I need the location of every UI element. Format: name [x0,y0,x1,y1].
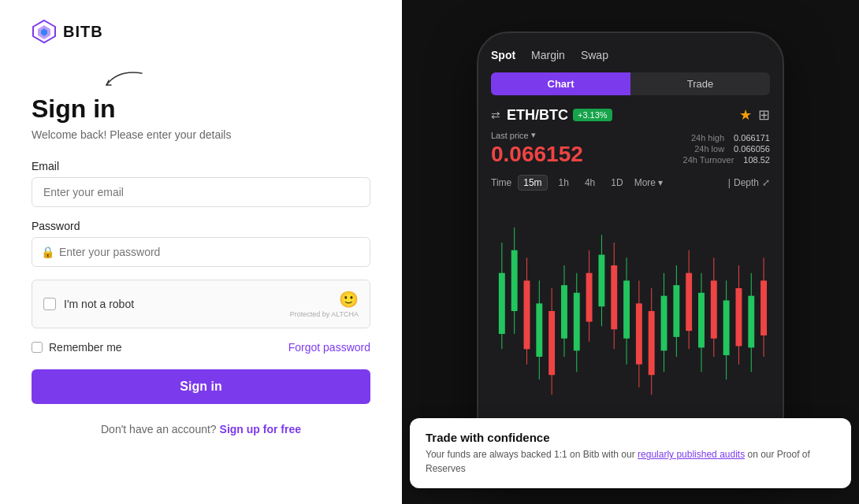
proof-of-reserves-link[interactable]: regularly published audits [638,449,745,460]
password-wrapper: 🔒 [32,237,370,267]
svg-rect-26 [636,303,642,364]
time-bar: Time 15m 1h 4h 1D More ▾ | Depth ⤢ [491,175,770,191]
svg-rect-36 [698,293,705,348]
low-val: 0.066056 [734,144,770,154]
svg-rect-44 [748,296,754,348]
email-input[interactable] [32,177,370,207]
tab-swap[interactable]: Swap [581,49,608,63]
high-label: 24h high [691,133,724,143]
low-stat-row: 24h low 0.066056 [694,144,770,154]
remember-me: Remember me [32,341,122,354]
right-panel: Spot Margin Swap Chart Trade ⇄ ETH/BTC +… [402,0,859,504]
svg-rect-18 [586,273,593,322]
last-price-label: Last price ▾ [491,130,583,140]
expand-icon: ⤢ [762,177,770,188]
sign-in-title: Sign in [32,94,370,124]
email-group: Email [32,160,370,207]
price-left: Last price ▾ 0.066152 [491,130,583,167]
bottom-card-text: Your funds are always backed 1:1 on Bitb… [426,447,835,476]
svg-rect-12 [548,311,555,375]
svg-rect-24 [623,280,630,338]
svg-rect-6 [511,250,518,311]
no-account-text: Don't have an account? [101,423,217,435]
logo-text: BITB [63,23,103,41]
lock-icon: 🔒 [41,246,54,258]
signup-row: Don't have an account? Sign up for free [32,423,370,435]
captcha-checkbox[interactable] [43,298,56,310]
bottom-card: Trade with confidence Your funds are alw… [410,418,851,488]
turnover-val: 108.52 [743,155,770,165]
sign-in-subtitle: Welcome back! Please enter your details [32,128,370,141]
pair-left: ⇄ ETH/BTC +3.13% [491,107,612,124]
phone-mockup: Spot Margin Swap Chart Trade ⇄ ETH/BTC +… [477,32,784,472]
high-stat-row: 24h high 0.066171 [691,133,770,143]
svg-rect-8 [524,280,530,349]
captcha-right: 🙂 Protected by ALTCHA [290,290,359,318]
time-15m[interactable]: 15m [518,175,547,191]
phone-inner: Spot Margin Swap Chart Trade ⇄ ETH/BTC +… [478,33,783,471]
time-label: Time [491,177,511,188]
remember-forgot-row: Remember me Forgot password [32,341,370,354]
price-value: 0.066152 [491,142,583,167]
pair-change-badge: +3.13% [573,109,612,121]
svg-rect-46 [760,280,767,335]
pair-icons: ★ ⊞ [739,106,770,124]
depth-divider: | [728,177,731,188]
tab-spot[interactable]: Spot [491,49,515,63]
captcha-left: I'm not a robot [43,298,134,310]
left-panel: BITB Sign in Welcome back! Please enter … [0,0,402,504]
price-stats: Last price ▾ 0.066152 24h high 0.066171 … [491,130,770,167]
svg-rect-38 [711,280,717,338]
svg-rect-32 [673,285,679,337]
captcha-box[interactable]: I'm not a robot 🙂 Protected by ALTCHA [32,280,370,328]
email-label: Email [32,160,370,172]
bottom-card-title: Trade with confidence [426,431,835,444]
svg-rect-4 [499,273,505,334]
svg-rect-14 [561,285,567,339]
svg-rect-30 [661,296,667,351]
password-group: Password 🔒 [32,220,370,267]
price-right: 24h high 0.066171 24h low 0.066056 24h T… [683,130,770,167]
remember-checkbox[interactable] [32,342,43,353]
logo-area: BITB [32,19,370,44]
turnover-stat-row: 24h Turnover 108.52 [683,155,770,165]
depth-button[interactable]: | Depth ⤢ [728,177,770,188]
more-button[interactable]: More ▾ [634,177,664,188]
pair-row: ⇄ ETH/BTC +3.13% ★ ⊞ [491,106,770,124]
captcha-smiley-icon: 🙂 [339,290,359,309]
tab-margin[interactable]: Margin [531,49,565,63]
bitb-logo-icon [32,19,57,44]
high-val: 0.066171 [734,133,770,143]
svg-rect-28 [649,311,655,375]
trade-tabs: Spot Margin Swap [491,49,770,63]
time-4h[interactable]: 4h [580,176,600,190]
low-label: 24h low [694,144,724,154]
time-1h[interactable]: 1h [554,176,574,190]
trade-toggle-btn[interactable]: Trade [630,72,770,95]
swap-arrows-icon: ⇄ [491,109,500,121]
sign-in-button[interactable]: Sign in [32,369,370,404]
chart-trade-toggle: Chart Trade [491,72,770,95]
sign-up-link[interactable]: Sign up for free [220,423,301,435]
chart-toggle-btn[interactable]: Chart [491,72,630,95]
time-1d[interactable]: 1D [606,176,627,190]
star-icon[interactable]: ★ [739,106,752,124]
svg-rect-10 [536,303,542,357]
pair-symbol: ETH/BTC [507,107,568,124]
password-input[interactable] [32,237,370,267]
arrow-icon [102,69,150,93]
captcha-label: I'm not a robot [64,298,134,310]
captcha-protected-text: Protected by ALTCHA [290,310,359,318]
svg-rect-16 [574,293,580,350]
turnover-label: 24h Turnover [683,155,734,165]
remember-me-label: Remember me [49,341,122,354]
svg-rect-34 [686,273,692,331]
svg-rect-22 [611,265,617,329]
price-dropdown-icon: ▾ [531,130,536,140]
forgot-password-link[interactable]: Forgot password [288,341,370,354]
svg-rect-42 [735,288,742,346]
password-label: Password [32,220,370,232]
svg-rect-40 [723,300,730,355]
grid-icon[interactable]: ⊞ [758,106,770,124]
svg-rect-20 [598,254,604,306]
